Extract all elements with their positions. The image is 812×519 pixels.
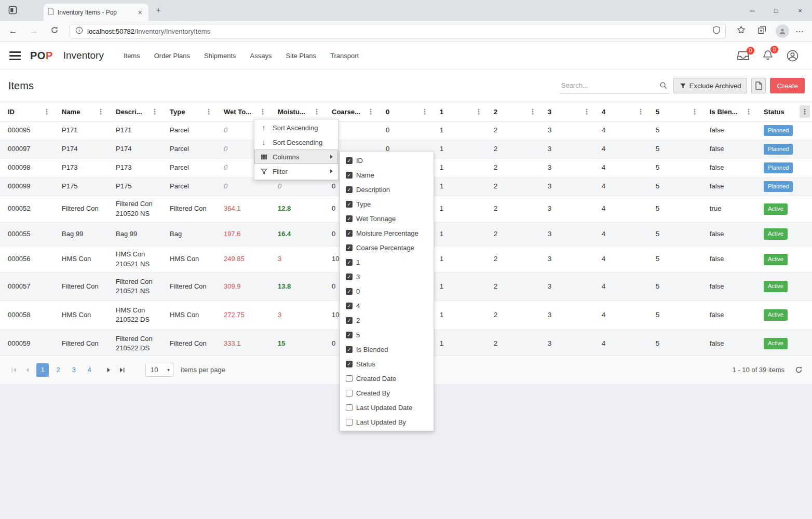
- checkbox-checked-icon[interactable]: ✓: [346, 172, 353, 179]
- page-size-select[interactable]: 10 ▾: [145, 363, 173, 377]
- previous-page-button[interactable]: [21, 363, 34, 377]
- checkbox-checked-icon[interactable]: ✓: [346, 259, 353, 266]
- page-button-2[interactable]: 2: [52, 363, 64, 377]
- browser-tab[interactable]: Inventory Items - Pop ×: [44, 4, 148, 21]
- column-toggle-3[interactable]: ✓3: [340, 269, 434, 284]
- column-toggle-4[interactable]: ✓4: [340, 298, 434, 313]
- page-button-1[interactable]: 1: [36, 363, 49, 377]
- forward-button[interactable]: →: [26, 26, 42, 36]
- checkbox-unchecked-icon[interactable]: [346, 390, 353, 397]
- column-toggle-last-updated-by[interactable]: Last Updated By: [340, 415, 434, 429]
- favorites-icon[interactable]: [733, 25, 749, 37]
- nav-item-items[interactable]: Items: [124, 52, 140, 60]
- close-button[interactable]: ×: [788, 0, 812, 21]
- nav-item-site-plans[interactable]: Site Plans: [286, 52, 316, 60]
- checkbox-unchecked-icon[interactable]: [346, 375, 353, 382]
- exclude-archived-button[interactable]: Exclude Archived: [673, 78, 748, 93]
- column-menu-button[interactable]: ⋮: [312, 105, 322, 118]
- column-toggle-id[interactable]: ✓ID: [340, 153, 434, 168]
- next-page-button[interactable]: [102, 363, 115, 377]
- column-menu-button[interactable]: ⋮: [42, 105, 52, 118]
- column-toggle-created-date[interactable]: Created Date: [340, 371, 434, 386]
- account-icon[interactable]: [787, 50, 799, 62]
- checkbox-checked-icon[interactable]: ✓: [346, 157, 353, 164]
- browser-menu-icon[interactable]: ⋯: [795, 26, 804, 36]
- column-toggle-0[interactable]: ✓0: [340, 284, 434, 298]
- nav-item-transport[interactable]: Transport: [330, 52, 359, 60]
- back-button[interactable]: ←: [5, 26, 21, 36]
- checkbox-checked-icon[interactable]: ✓: [346, 201, 353, 208]
- menu-item-filter[interactable]: Filter: [254, 164, 338, 179]
- page-button-3[interactable]: 3: [67, 363, 80, 377]
- checkbox-checked-icon[interactable]: ✓: [346, 215, 353, 222]
- create-button[interactable]: Create: [770, 78, 805, 93]
- column-toggle-last-updated-date[interactable]: Last Updated Date: [340, 400, 434, 415]
- column-toggle-2[interactable]: ✓2: [340, 313, 434, 327]
- column-toggle-status[interactable]: ✓Status: [340, 357, 434, 371]
- column-menu-button[interactable]: ⋮: [419, 105, 430, 118]
- checkbox-checked-icon[interactable]: ✓: [346, 288, 353, 295]
- column-menu-button[interactable]: ⋮: [689, 105, 700, 118]
- new-tab-button[interactable]: +: [156, 5, 161, 16]
- first-page-button[interactable]: [7, 363, 21, 377]
- search-icon[interactable]: [657, 81, 669, 89]
- minimize-button[interactable]: ─: [740, 0, 764, 21]
- column-toggle-name[interactable]: ✓Name: [340, 168, 434, 182]
- column-toggle-type[interactable]: ✓Type: [340, 197, 434, 211]
- column-toggle-wet-tonnage[interactable]: ✓Wet Tonnage: [340, 211, 434, 226]
- column-menu-button[interactable]: ⋮: [743, 105, 754, 118]
- column-menu-button[interactable]: ⋮: [800, 105, 810, 118]
- column-menu-button[interactable]: ⋮: [635, 105, 646, 118]
- column-menu-button[interactable]: ⋮: [96, 105, 106, 118]
- search-input[interactable]: [560, 81, 657, 89]
- page-button-4[interactable]: 4: [83, 363, 96, 377]
- column-menu-button[interactable]: ⋮: [581, 105, 592, 118]
- column-toggle-created-by[interactable]: Created By: [340, 386, 434, 400]
- column-menu-button[interactable]: ⋮: [473, 105, 484, 118]
- checkbox-checked-icon[interactable]: ✓: [346, 244, 353, 251]
- column-toggle-1[interactable]: ✓1: [340, 255, 434, 269]
- column-toggle-moisture-percentage[interactable]: ✓Moisture Percentage: [340, 226, 434, 240]
- checkbox-checked-icon[interactable]: ✓: [346, 317, 353, 324]
- site-info-icon[interactable]: [75, 26, 83, 36]
- checkbox-unchecked-icon[interactable]: [346, 404, 353, 411]
- refresh-icon[interactable]: [795, 366, 803, 374]
- checkbox-unchecked-icon[interactable]: [346, 419, 353, 426]
- tracking-prevention-icon[interactable]: [713, 26, 720, 36]
- menu-item-columns[interactable]: Columns: [254, 149, 338, 164]
- checkbox-checked-icon[interactable]: ✓: [346, 303, 353, 309]
- nav-item-assays[interactable]: Assays: [250, 52, 272, 60]
- menu-item-sort-descending[interactable]: ↓Sort Descending: [254, 135, 338, 149]
- column-menu-button[interactable]: ⋮: [527, 105, 538, 118]
- column-menu-button[interactable]: ⋮: [150, 105, 160, 118]
- browser-profile-avatar[interactable]: [776, 24, 789, 38]
- checkbox-checked-icon[interactable]: ✓: [346, 361, 353, 367]
- column-toggle-coarse-percentage[interactable]: ✓Coarse Percentage: [340, 240, 434, 255]
- checkbox-checked-icon[interactable]: ✓: [346, 274, 353, 280]
- checkbox-checked-icon[interactable]: ✓: [346, 332, 353, 338]
- column-toggle-is-blended[interactable]: ✓Is Blended: [340, 342, 434, 357]
- workspace-icon[interactable]: [8, 6, 17, 17]
- inbox-icon[interactable]: 0: [737, 51, 749, 61]
- column-menu-button[interactable]: ⋮: [204, 105, 214, 118]
- app-logo[interactable]: POP: [30, 50, 53, 62]
- address-bar[interactable]: localhost:50782/Inventory/InventoryItems: [70, 24, 726, 38]
- column-menu-button[interactable]: ⋮: [258, 105, 268, 118]
- column-menu-button[interactable]: ⋮: [366, 105, 376, 118]
- menu-item-sort-ascending[interactable]: ↑Sort Ascending: [254, 120, 338, 135]
- export-excel-button[interactable]: [751, 78, 766, 93]
- last-page-button[interactable]: [115, 363, 129, 377]
- reload-button[interactable]: [47, 26, 62, 37]
- column-toggle-5[interactable]: ✓5: [340, 327, 434, 342]
- checkbox-checked-icon[interactable]: ✓: [346, 346, 353, 353]
- tab-close-icon[interactable]: ×: [136, 8, 144, 17]
- hamburger-menu-icon[interactable]: [9, 51, 21, 60]
- maximize-button[interactable]: □: [764, 0, 788, 21]
- column-toggle-description[interactable]: ✓Description: [340, 182, 434, 197]
- notifications-bell-icon[interactable]: 0: [763, 50, 773, 61]
- collections-icon[interactable]: [754, 25, 769, 37]
- checkbox-checked-icon[interactable]: ✓: [346, 186, 353, 193]
- nav-item-shipments[interactable]: Shipments: [204, 52, 236, 60]
- nav-item-order-plans[interactable]: Order Plans: [154, 52, 190, 60]
- checkbox-checked-icon[interactable]: ✓: [346, 230, 353, 237]
